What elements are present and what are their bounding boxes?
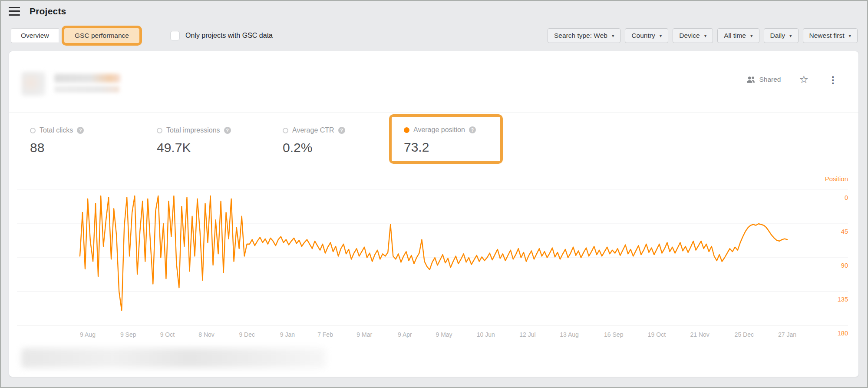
metric-total-impressions[interactable]: Total impressions ? 49.7K: [157, 126, 231, 155]
metric-value: 49.7K: [157, 140, 231, 155]
metric-value: 88: [30, 140, 84, 155]
svg-text:7 Feb: 7 Feb: [317, 331, 333, 338]
svg-text:9 Oct: 9 Oct: [160, 331, 175, 338]
svg-text:9 Jan: 9 Jan: [280, 331, 295, 338]
svg-text:135: 135: [838, 296, 848, 303]
metric-average-position[interactable]: Average position ? 73.2: [404, 126, 476, 155]
svg-text:9 Apr: 9 Apr: [398, 331, 412, 338]
help-icon[interactable]: ?: [77, 127, 84, 134]
kebab-menu-icon[interactable]: ⋮: [827, 75, 839, 84]
svg-text:9 Dec: 9 Dec: [239, 331, 255, 338]
project-url-redacted: [54, 86, 119, 93]
date-range-dropdown[interactable]: All time▾: [717, 28, 759, 43]
svg-text:9 Sep: 9 Sep: [120, 331, 136, 338]
project-name-redacted: [54, 74, 120, 83]
svg-text:9 May: 9 May: [436, 331, 452, 338]
country-dropdown[interactable]: Country▾: [625, 28, 668, 43]
tab-gsc-performance[interactable]: GSC performance: [62, 26, 142, 46]
chevron-down-icon: ▾: [789, 33, 792, 38]
svg-text:13 Aug: 13 Aug: [560, 331, 579, 338]
svg-text:12 Jul: 12 Jul: [519, 331, 535, 338]
page-header: Projects: [9, 6, 66, 17]
chevron-down-icon: ▾: [660, 33, 662, 38]
tab-overview[interactable]: Overview: [11, 28, 59, 43]
svg-text:8 Nov: 8 Nov: [198, 331, 215, 338]
divider: [9, 113, 858, 113]
svg-text:21 Nov: 21 Nov: [690, 331, 709, 338]
chevron-down-icon: ▾: [750, 33, 753, 38]
svg-text:25 Dec: 25 Dec: [735, 331, 754, 338]
help-icon[interactable]: ?: [338, 127, 345, 134]
average-position-highlight: Average position ? 73.2: [389, 114, 503, 164]
svg-text:Position: Position: [825, 175, 848, 182]
page-title: Projects: [30, 6, 66, 17]
radio-icon[interactable]: [283, 128, 288, 133]
svg-text:45: 45: [841, 228, 848, 235]
metric-value: 73.2: [404, 140, 476, 155]
svg-text:16 Sep: 16 Sep: [604, 331, 624, 338]
shared-badge: Shared: [746, 76, 781, 83]
metric-average-ctr[interactable]: Average CTR ? 0.2%: [283, 126, 345, 155]
help-icon[interactable]: ?: [469, 126, 476, 133]
svg-text:10 Jun: 10 Jun: [477, 331, 495, 338]
gsc-data-checkbox[interactable]: [170, 31, 180, 40]
svg-text:90: 90: [841, 262, 848, 269]
metric-value: 0.2%: [283, 140, 345, 155]
line-chart-svg[interactable]: 04590135180Position9 Aug9 Sep9 Oct8 Nov9…: [9, 170, 859, 344]
project-card: Shared ☆ ⋮ Total clicks ? 88 Total impre…: [9, 51, 859, 377]
menu-icon[interactable]: [9, 7, 20, 16]
sort-dropdown[interactable]: Newest first▾: [803, 28, 858, 43]
svg-text:27 Jan: 27 Jan: [778, 331, 796, 338]
chevron-down-icon: ▾: [612, 33, 614, 38]
redacted-footer-text: [21, 348, 326, 368]
shared-label: Shared: [759, 76, 781, 83]
svg-text:180: 180: [838, 330, 848, 337]
svg-text:9 Aug: 9 Aug: [80, 331, 96, 338]
svg-text:19 Oct: 19 Oct: [648, 331, 666, 338]
radio-icon[interactable]: [30, 128, 36, 133]
favorite-star-icon[interactable]: ☆: [799, 74, 809, 85]
svg-text:0: 0: [845, 194, 848, 201]
filter-bar: Search type: Web▾ Country▾ Device▾ All t…: [548, 28, 858, 43]
chevron-down-icon: ▾: [848, 33, 851, 38]
metric-total-clicks[interactable]: Total clicks ? 88: [30, 126, 84, 155]
svg-text:9 Mar: 9 Mar: [356, 331, 372, 338]
gsc-data-checkbox-label: Only projects with GSC data: [185, 32, 273, 40]
chevron-down-icon: ▾: [704, 33, 707, 38]
search-type-dropdown[interactable]: Search type: Web▾: [548, 28, 620, 43]
radio-selected-icon[interactable]: [404, 127, 409, 133]
gsc-data-filter: Only projects with GSC data: [170, 28, 273, 43]
granularity-dropdown[interactable]: Daily▾: [764, 28, 799, 43]
card-actions: Shared ☆ ⋮: [746, 72, 840, 87]
position-chart[interactable]: 04590135180Position9 Aug9 Sep9 Oct8 Nov9…: [9, 170, 859, 344]
toolbar: Overview GSC performance Only projects w…: [0, 26, 868, 46]
users-icon: [746, 76, 756, 83]
device-dropdown[interactable]: Device▾: [673, 28, 713, 43]
help-icon[interactable]: ?: [224, 127, 231, 134]
project-avatar: [21, 72, 46, 96]
radio-icon[interactable]: [157, 128, 162, 133]
